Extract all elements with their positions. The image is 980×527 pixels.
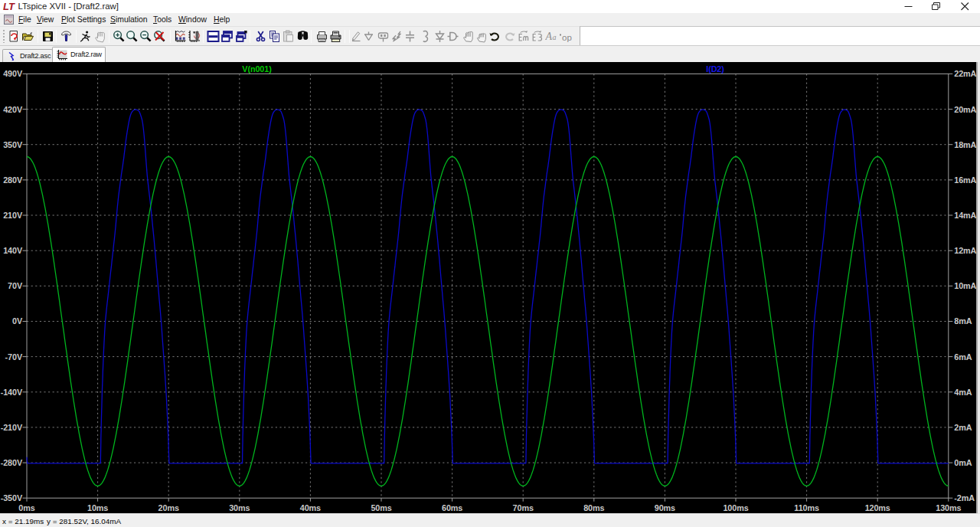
svg-text:120ms: 120ms — [865, 503, 890, 512]
svg-text:4mA: 4mA — [954, 388, 972, 397]
svg-text:I(D2): I(D2) — [706, 64, 724, 74]
svg-text:A: A — [545, 31, 553, 42]
svg-text:0mA: 0mA — [954, 458, 972, 467]
svg-text:60ms: 60ms — [442, 503, 462, 512]
svg-text:2mA: 2mA — [954, 423, 972, 432]
svg-text:14mA: 14mA — [954, 211, 976, 220]
svg-text:18mA: 18mA — [954, 140, 976, 149]
svg-text:110ms: 110ms — [794, 503, 819, 512]
svg-text:210V: 210V — [3, 211, 23, 220]
svg-text:70ms: 70ms — [513, 503, 534, 512]
svg-text:350V: 350V — [3, 140, 23, 149]
svg-text:100ms: 100ms — [723, 503, 748, 512]
svg-text:-210V: -210V — [1, 423, 23, 432]
svg-text:20ms: 20ms — [158, 503, 179, 512]
svg-text:-350V: -350V — [1, 493, 23, 502]
svg-text:-280V: -280V — [1, 458, 23, 467]
svg-text:50ms: 50ms — [371, 503, 391, 512]
svg-text:6mA: 6mA — [954, 352, 972, 362]
svg-text:-70V: -70V — [5, 352, 23, 362]
svg-text:30ms: 30ms — [229, 503, 250, 512]
svg-text:op: op — [562, 33, 572, 42]
svg-text:140V: 140V — [3, 246, 23, 255]
svg-text:420V: 420V — [3, 105, 23, 114]
svg-text:40ms: 40ms — [300, 503, 321, 512]
svg-text:22mA: 22mA — [954, 69, 976, 78]
svg-text:20mA: 20mA — [954, 105, 976, 114]
svg-text:-140V: -140V — [1, 388, 23, 397]
svg-text:90ms: 90ms — [655, 503, 675, 512]
svg-text:10mA: 10mA — [954, 281, 976, 290]
svg-text:-2mA: -2mA — [954, 493, 975, 502]
svg-text:10ms: 10ms — [87, 503, 108, 512]
svg-text:70V: 70V — [8, 281, 23, 290]
svg-text:a: a — [553, 33, 557, 41]
svg-text:12mA: 12mA — [954, 246, 976, 255]
svg-text:280V: 280V — [3, 175, 23, 185]
svg-text:0ms: 0ms — [18, 503, 34, 512]
svg-text:490V: 490V — [3, 69, 23, 78]
svg-text:V(n001): V(n001) — [242, 64, 272, 74]
svg-text:130ms: 130ms — [936, 503, 961, 512]
svg-text:80ms: 80ms — [583, 503, 604, 512]
svg-text:8mA: 8mA — [954, 316, 972, 326]
svg-text:0V: 0V — [12, 316, 23, 326]
svg-text:16mA: 16mA — [954, 175, 976, 185]
